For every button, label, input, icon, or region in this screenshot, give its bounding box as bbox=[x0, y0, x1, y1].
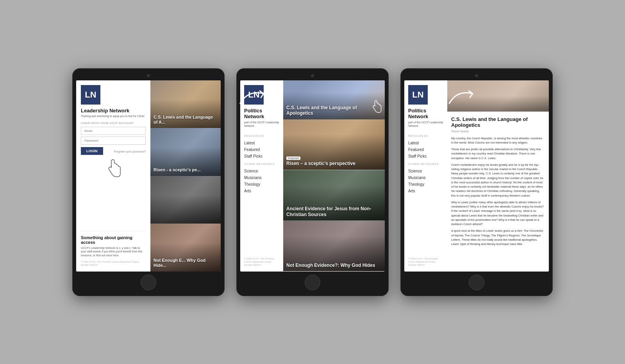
tablet1-home-button[interactable] bbox=[141, 275, 156, 290]
hand-icon-2 bbox=[371, 100, 382, 114]
login-info-box: Something about gaining access UCCF's Le… bbox=[81, 231, 146, 257]
brand-name-3: Politics Network bbox=[408, 108, 443, 120]
tablet3-camera bbox=[475, 74, 478, 77]
brand-sub-1: Training and mentoring to equip you to l… bbox=[81, 114, 146, 118]
login-footer: © 2016 UCCF: The Christian Unions Regist… bbox=[81, 261, 146, 267]
login-button[interactable]: LOGIN bbox=[81, 147, 103, 155]
tablet2-card-2[interactable]: Ancient Evidence for Jesus from Non-Chri… bbox=[283, 170, 385, 221]
nav-theology-2[interactable]: Theology bbox=[244, 181, 279, 188]
nav-theology-3[interactable]: Theology bbox=[408, 181, 443, 188]
brand-sub-2: part of the UCCF Leadership Network bbox=[244, 121, 279, 128]
nav-science-3[interactable]: Science bbox=[408, 168, 443, 174]
nav-featured-2[interactable]: Featured bbox=[244, 146, 279, 153]
article-p4: Why is Lewis (unlike many other apologis… bbox=[451, 200, 545, 227]
tablet2-card-1-text: Risen – a sceptic's perspective bbox=[286, 161, 355, 166]
article-p1: My country, the Czech Republic, is among… bbox=[451, 136, 545, 145]
tablet-1: LN Leadership Network Training and mento… bbox=[72, 68, 225, 296]
password-field[interactable] bbox=[81, 137, 146, 145]
tablet1-card-4-text: Not Enough E... Why God Hide... bbox=[154, 258, 218, 268]
nav-latest-3[interactable]: Latest bbox=[408, 140, 443, 146]
tablet2-card-3[interactable]: Not Enough Evidence?: Why God Hides bbox=[283, 221, 385, 271]
brand-name-1: Leadership Network bbox=[81, 108, 146, 114]
arrow1-icon bbox=[238, 88, 270, 109]
tablet2-footer: © 2016 UCCF: The Christian Unions Regist… bbox=[244, 254, 279, 266]
article-p3: Czech nonbelievers enjoy his books great… bbox=[451, 163, 545, 198]
nav-staffpicks-3[interactable]: Staff Picks bbox=[408, 153, 443, 160]
resources-label-3: RESOURCES bbox=[408, 135, 443, 137]
login-panel: LN Leadership Network Training and mento… bbox=[76, 80, 150, 272]
article-title: C.S. Lewis and the Language of Apologeti… bbox=[451, 116, 545, 128]
nav-science-2[interactable]: Science bbox=[244, 168, 279, 174]
tablet3-nav: LN Politics Network part of the UCCF Lea… bbox=[404, 80, 447, 272]
tablet2-content: C.S. Lewis and the Language of Apologeti… bbox=[283, 80, 385, 272]
hand-cursor-icon-1 bbox=[105, 159, 121, 178]
tablet1-card-1-text: C.S. Lewis and the Language of A... bbox=[154, 115, 218, 125]
ln-logo-3: LN bbox=[408, 85, 428, 105]
forgot-password-link[interactable]: Forgotten your password? bbox=[114, 150, 146, 153]
tablet1-screen: LN Leadership Network Training and mento… bbox=[76, 80, 221, 272]
email-field[interactable] bbox=[81, 127, 146, 135]
article-author: Pavel Hosek bbox=[451, 130, 545, 133]
other-networks-label-3: OTHER NETWORKS bbox=[408, 163, 443, 165]
nav-staffpicks-2[interactable]: Staff Picks bbox=[244, 153, 279, 160]
nav-latest-2[interactable]: Latest bbox=[244, 140, 279, 146]
nav-arts-3[interactable]: Arts bbox=[408, 188, 443, 194]
arrow1-container bbox=[238, 88, 270, 109]
tablet1-card-1: C.S. Lewis and the Language of A... bbox=[150, 80, 221, 128]
tablet3-home-button[interactable] bbox=[469, 275, 484, 290]
ln-logo-1: LN bbox=[81, 85, 100, 105]
tablet1-images: C.S. Lewis and the Language of A... Rise… bbox=[150, 80, 221, 272]
login-section-title: LOGIN WITH YOUR UCCF ACCOUNT bbox=[81, 122, 146, 124]
other-networks-label-2: OTHER NETWORKS bbox=[244, 163, 279, 165]
arrow2-container bbox=[447, 88, 479, 109]
tablet1-card-2-text: Risen - a sceptic's pe... bbox=[154, 167, 201, 172]
article-p2: Those that are prefer all possible alter… bbox=[451, 147, 545, 160]
tablet1-card-2: Risen - a sceptic's pe... bbox=[150, 128, 221, 176]
nav-featured-3[interactable]: Featured bbox=[408, 146, 443, 153]
tablet2-home-button[interactable] bbox=[305, 275, 320, 290]
nav-arts-2[interactable]: Arts bbox=[244, 188, 279, 194]
login-info-text: UCCF's Leadership Network is x, y and z.… bbox=[81, 246, 146, 257]
tablet2-card-2-text: Ancient Evidence for Jesus from Non-Chri… bbox=[286, 206, 382, 217]
tablet1-card-4: Not Enough E... Why God Hide... bbox=[150, 224, 221, 272]
hand-cursor-icon-2 bbox=[371, 100, 382, 116]
tablet2-header-card: C.S. Lewis and the Language of Apologeti… bbox=[283, 80, 385, 119]
article-body: My country, the Czech Republic, is among… bbox=[451, 136, 545, 247]
nav-musicians-2[interactable]: Musicians bbox=[244, 174, 279, 181]
article-panel: C.S. Lewis and the Language of Apologeti… bbox=[447, 112, 549, 272]
tablet2-card-3-text: Not Enough Evidence?: Why God Hides bbox=[286, 263, 375, 268]
login-info-title: Something about gaining access bbox=[81, 235, 146, 245]
tablet3-footer: © 2016 UCCF: The Christian Unions Regist… bbox=[408, 254, 443, 266]
featured-badge-1: Featured bbox=[286, 156, 300, 160]
tablet1-card-3 bbox=[150, 176, 221, 224]
article-p5: A quick look at the titles of Lewis' wor… bbox=[451, 229, 545, 246]
arrow2-icon bbox=[447, 88, 479, 109]
tablet2-card-1[interactable]: Featured Risen – a sceptic's perspective bbox=[283, 119, 385, 170]
tablet2-camera bbox=[311, 74, 314, 77]
resources-label-2: RESOURCES bbox=[244, 135, 279, 137]
scene: LN Leadership Network Training and mento… bbox=[61, 53, 564, 312]
nav-musicians-3[interactable]: Musicians bbox=[408, 174, 443, 181]
brand-sub-3: part of the UCCF Leadership Network bbox=[408, 121, 443, 128]
tablet2-header-title: C.S. Lewis and the Language of Apologeti… bbox=[286, 105, 385, 116]
tablet1-camera bbox=[147, 74, 150, 77]
brand-name-2: Politics Network bbox=[244, 108, 279, 120]
